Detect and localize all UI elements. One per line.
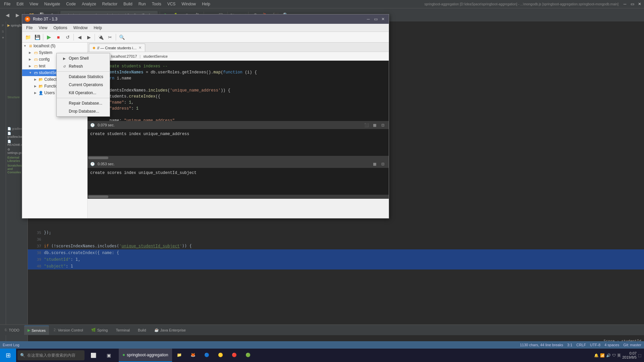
taskbar-show-desktop-btn[interactable]: ⬚ [638, 353, 641, 358]
ctx-repair-db[interactable]: Repair Database... [57, 99, 110, 107]
taskbar-lang-icon: 英 [617, 353, 621, 358]
tab-close-btn[interactable]: ✕ [139, 46, 142, 50]
btab-services[interactable]: ▶ Services [24, 325, 49, 335]
robo-connect-btn[interactable]: 🔌 [96, 33, 105, 41]
menu-navigate[interactable]: Navigate [42, 1, 63, 7]
taskbar-app-other3[interactable]: 🟢 [241, 349, 255, 362]
taskbar-cortana-btn[interactable]: ⬜ [86, 349, 101, 362]
robo-menu-file[interactable]: File [23, 25, 35, 31]
robo-next-btn[interactable]: ▶ [85, 33, 93, 41]
robo-folder-btn[interactable]: 📁 [23, 33, 32, 41]
os-taskbar-right: 🔔 📶 🔊 🛡 英 0:07 2019/8/5 ⬚ [594, 351, 644, 359]
taskbar-app-explorer[interactable]: 📁 [173, 349, 186, 362]
taskbar-tasks-btn[interactable]: ▣ [101, 349, 116, 362]
functions-folder-icon: 📂 [39, 84, 43, 88]
btab-terminal-label: Terminal [116, 328, 130, 332]
taskbar-app-other1[interactable]: 🟡 [214, 349, 227, 362]
robo-refresh-btn[interactable]: ↺ [63, 33, 72, 41]
btab-terminal[interactable]: Terminal [112, 325, 133, 335]
menu-analyze[interactable]: Analyze [79, 1, 99, 7]
intellij-restore-btn[interactable]: ▭ [629, 1, 635, 7]
ctx-open-shell[interactable]: ▶ Open Shell [57, 54, 110, 62]
menu-refactor[interactable]: Refactor [100, 1, 120, 7]
toolbar-fwd-btn[interactable]: ▶ [13, 10, 22, 20]
robo-scrollbar-2[interactable] [88, 195, 389, 199]
menu-vcs[interactable]: VCS [165, 1, 178, 7]
ij-line-num-35: 35 [29, 231, 41, 235]
code-line-10: }, { [90, 112, 386, 118]
robo-close-btn[interactable]: ✕ [380, 16, 386, 22]
robo-run-btn[interactable]: ▶ [45, 33, 53, 41]
ctx-drop-db-label: Drop Database... [69, 109, 99, 114]
app-label-other1: 🟡 [218, 353, 223, 357]
robo-search-btn[interactable]: 🔍 [117, 33, 126, 41]
toolbar-back-btn[interactable]: ◀ [3, 10, 12, 20]
strip-favorites-icon[interactable]: ★ [0, 35, 6, 40]
menu-file[interactable]: File [1, 1, 13, 7]
code-line-4: }) [90, 81, 386, 87]
taskbar-app-ps[interactable]: 🔵 [200, 349, 213, 362]
taskbar-app-other2[interactable]: 🔴 [228, 349, 241, 362]
robo-menu-options[interactable]: Options [51, 25, 70, 31]
robo-logo: R [25, 16, 30, 22]
btab-spring[interactable]: 🌿 Spring [88, 325, 111, 335]
menu-build[interactable]: Build [121, 1, 135, 7]
taskbar-app-intellij[interactable]: springboot-aggregation [119, 349, 172, 362]
menu-edit[interactable]: Edit [14, 1, 26, 7]
users-folder-icon: 👤 [39, 90, 43, 95]
result-icon-btn-1c[interactable]: ⊡ [379, 122, 386, 128]
result-icon-btn-2b[interactable]: ⊡ [379, 161, 386, 167]
search-icon: 🔍 [20, 353, 25, 358]
robo-menu-window[interactable]: Window [71, 25, 91, 31]
addr-port: localhost:27017 [111, 54, 137, 58]
intellij-close-btn[interactable]: ✕ [637, 1, 643, 7]
taskbar-app-firefox[interactable]: 🦊 [186, 349, 200, 362]
btab-build[interactable]: Build [135, 325, 149, 335]
code-line-7: db.students.createIndex({ [90, 94, 386, 100]
ctx-drop-db[interactable]: Drop Database... [57, 107, 110, 115]
scrollbar-thumb-2[interactable] [88, 195, 108, 198]
os-search-bar[interactable]: 🔍 在这里输入你要搜索的内容 [17, 350, 85, 360]
windows-start-btn[interactable]: ⊞ [0, 349, 16, 362]
menu-view[interactable]: View [27, 1, 41, 7]
robo-tree-localhost[interactable]: ▼ 🖥 localhost (5) [22, 43, 87, 49]
scrollbar-thumb-1[interactable] [88, 157, 108, 159]
ctx-refresh-label: Refresh [69, 64, 83, 69]
strip-structure-icon[interactable]: S [0, 29, 6, 34]
btab-java-enterprise[interactable]: ☕ Java Enterprise [151, 325, 189, 335]
robo-menu-view[interactable]: View [36, 25, 50, 31]
robo-stop-btn[interactable]: ■ [54, 33, 63, 41]
config-label: config [39, 57, 50, 62]
intellij-title-text: springboot-aggregation [D:\ideaSpace\spr… [424, 2, 619, 6]
menu-help[interactable]: Help [199, 1, 213, 7]
intellij-minimize-btn[interactable]: ─ [622, 1, 628, 7]
ctx-kill-op[interactable]: Kill Operation... [57, 89, 110, 97]
robo-tab-create-students[interactable]: ◆ // — Create students i… ✕ [89, 44, 145, 52]
robo-menu-help[interactable]: Help [91, 25, 105, 31]
menu-tools[interactable]: Tools [149, 1, 164, 7]
strip-project-icon[interactable]: P [0, 23, 6, 28]
robo-code-editor[interactable]: // -- Create students indexes -- var stu… [88, 61, 389, 121]
addr-sep2: | [140, 54, 141, 58]
result-icon-btn-2a[interactable]: ▦ [371, 161, 378, 167]
ctx-current-ops[interactable]: Current Operations [57, 81, 110, 89]
robo-minimize-btn[interactable]: ─ [365, 16, 371, 22]
menu-code[interactable]: Code [63, 1, 78, 7]
result-icon-btn-1b[interactable]: ▦ [371, 122, 378, 128]
ctx-open-shell-label: Open Shell [69, 56, 89, 61]
robo-prev-btn[interactable]: ◀ [75, 33, 84, 41]
btab-version-control[interactable]: 2: Version Control [50, 325, 87, 335]
ctx-db-statistics[interactable]: Database Statistics [57, 73, 110, 81]
ctx-refresh[interactable]: ↺ Refresh [57, 62, 110, 70]
robo-disconnect-btn[interactable]: ✂ [106, 33, 114, 41]
btab-todo[interactable]: 6: TODO [1, 325, 23, 335]
robo-maximize-btn[interactable]: ▭ [373, 16, 379, 22]
menu-run[interactable]: Run [136, 1, 149, 7]
robo-save-btn[interactable]: 💾 [33, 33, 42, 41]
result-icon-btn-1a[interactable]: ⬛ [363, 122, 370, 128]
event-log-label[interactable]: Event Log [3, 343, 19, 347]
users-label: Users [44, 90, 55, 95]
status-encoding: UTF-8 [590, 343, 600, 347]
robo-scrollbar-1[interactable] [88, 156, 389, 160]
menu-window[interactable]: Window [179, 1, 199, 7]
